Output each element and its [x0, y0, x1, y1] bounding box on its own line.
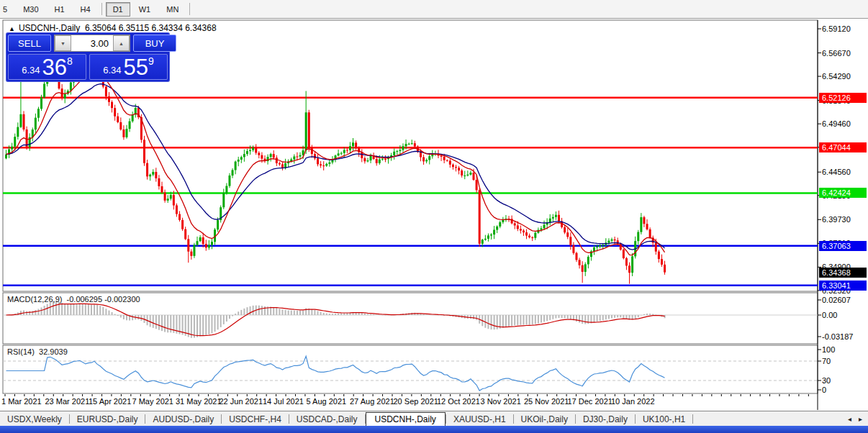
timeframe-m30[interactable]: M30 [16, 2, 45, 17]
rsi-axis-tick: 30 [822, 376, 831, 385]
date-axis-label: 5 Aug 2021 [307, 397, 347, 406]
one-click-trade-panel: SELL ▼ ▲ BUY 6.34 36 8 6.34 55 9 [6, 32, 170, 82]
rsi-axis-tick: 70 [822, 357, 831, 365]
bottom-status-strip [0, 426, 868, 433]
chart-title: ▲USDCNH-,Daily 6.35064 6.35115 6.34334 6… [9, 23, 217, 33]
date-axis-label: 12 Oct 2021 [437, 397, 480, 406]
timeframe-h4[interactable]: H4 [73, 2, 98, 17]
tab-scroll-arrows: ◂▸ [848, 415, 862, 423]
buy-price-prefix: 6.34 [103, 65, 121, 76]
date-axis-label: 20 Sep 2021 [394, 397, 438, 406]
price-axis-tick: 6.59120 [822, 24, 851, 33]
chart-tab-ukoil-daily[interactable]: UKOil-,Daily [514, 413, 575, 426]
date-axis-label: 27 Aug 2021 [350, 397, 394, 406]
date-axis-label: 25 Nov 2021 [524, 397, 569, 406]
date-axis-label: 22 Jun 2021 [220, 397, 263, 406]
price-axis-tick: 6.54290 [822, 72, 851, 81]
date-axis-label: 17 Dec 2021 [568, 397, 612, 406]
rsi-name: RSI(14) [7, 347, 35, 356]
timeframe-w1[interactable]: W1 [132, 2, 158, 17]
moving-averages [6, 73, 665, 255]
sell-price-big: 36 [42, 58, 67, 78]
chart-tab-usdx-weekly[interactable]: USDX,Weekly [0, 413, 69, 426]
date-axis-label: 7 May 2021 [132, 397, 173, 406]
macd-axis-tick: -0.03187 [822, 332, 853, 341]
toolbar-separator [101, 3, 102, 15]
level-price-flag: 6.47044 [819, 142, 867, 152]
macd-name: MACD(12,26,9) [7, 295, 62, 304]
chart-tab-uk100-h1[interactable]: UK100-,H1 [636, 413, 692, 426]
ohlc-values: 6.35064 6.35115 6.34334 6.34368 [85, 23, 217, 33]
chart-tab-usdcad-daily[interactable]: USDCAD-,Daily [289, 413, 365, 426]
buy-price-pip: 9 [148, 55, 154, 67]
date-axis-label: 31 May 2021 [176, 397, 222, 406]
chart-tab-audusd-daily[interactable]: AUDUSD-,Daily [145, 413, 221, 426]
date-axis-label: 14 Jul 2021 [263, 397, 304, 406]
timeframe-h1[interactable]: H1 [48, 2, 72, 17]
chart-tab-xauusd-h1[interactable]: XAUUSD-,H1 [446, 413, 513, 426]
chart-tab-usdcnh-daily[interactable]: USDCNH-,Daily [366, 412, 446, 427]
collapse-triangle-icon: ▲ [9, 25, 15, 32]
timeframe-5[interactable]: 5 [0, 2, 14, 17]
tab-scroll-right-icon[interactable]: ▸ [859, 415, 862, 423]
date-axis-label: 10 Jan 2022 [611, 397, 655, 406]
macd-axis-tick: 0.00 [822, 311, 837, 319]
level-price-flag: 6.42424 [819, 188, 867, 198]
timeframe-mn[interactable]: MN [159, 2, 186, 17]
price-axis-tick: 6.44560 [822, 168, 851, 176]
rsi-indicator-label: RSI(14) 32.9039 [7, 347, 68, 356]
chart-tab-dj30-daily[interactable]: DJ30-,Daily [576, 413, 635, 426]
sell-price-prefix: 6.34 [22, 65, 40, 76]
sell-price-box[interactable]: 6.34 36 8 [8, 54, 86, 80]
horizontal-level-lines [3, 98, 818, 286]
current-price-flag: 6.34368 [819, 268, 867, 278]
volume-decrease-icon[interactable]: ▼ [55, 35, 71, 51]
sell-price-pip: 8 [67, 55, 73, 67]
buy-button[interactable]: BUY [133, 35, 176, 52]
date-axis-label: 15 Apr 2021 [89, 397, 131, 406]
macd-axis-tick: 0.02607 [822, 296, 851, 304]
price-axis-tick: 6.39730 [822, 215, 851, 224]
rsi-axis-tick: 0 [822, 386, 826, 394]
toolbar-separator [189, 3, 190, 15]
mt4-window: 5M30H1H4D1W1MN ▲USDCNH-,Daily 6.35064 6.… [0, 0, 868, 433]
axis-ticks [5, 29, 821, 396]
level-price-flag: 6.52126 [819, 93, 867, 103]
rsi-axis-tick: 100 [822, 345, 835, 354]
tab-scroll-left-icon[interactable]: ◂ [848, 415, 851, 423]
volume-control: ▼ ▲ [54, 35, 130, 52]
date-axis-label: 3 Nov 2021 [481, 397, 521, 406]
volume-increase-icon[interactable]: ▲ [113, 35, 130, 51]
price-axis-tick: 6.56670 [822, 49, 851, 58]
chart-tab-eurusd-daily[interactable]: EURUSD-,Daily [70, 413, 145, 426]
chart-tab-usdchf-h4[interactable]: USDCHF-,H4 [222, 413, 289, 426]
timeframe-d1[interactable]: D1 [106, 2, 130, 17]
buy-price-box[interactable]: 6.34 55 9 [89, 54, 168, 80]
chart-tab-bar: USDX,WeeklyEURUSD-,DailyAUDUSD-,DailyUSD… [0, 411, 868, 427]
price-axis-tick: 6.49460 [822, 119, 851, 128]
timeframe-toolbar: 5M30H1H4D1W1MN [0, 0, 868, 19]
date-axis-label: 1 Mar 2021 [1, 397, 42, 406]
level-price-flag: 6.33041 [819, 281, 867, 291]
macd-pane [3, 301, 818, 338]
rsi-pane [3, 356, 818, 391]
symbol-period-label: USDCNH-,Daily [19, 23, 80, 33]
tab-separator [692, 414, 693, 424]
date-axis-label: 23 Mar 2021 [45, 397, 90, 406]
sell-button[interactable]: SELL [8, 35, 51, 52]
macd-indicator-label: MACD(12,26,9) -0.006295 -0.002300 [7, 295, 140, 304]
level-price-flag: 6.37063 [819, 241, 867, 251]
rsi-value: 32.9039 [39, 347, 68, 356]
macd-values: -0.006295 -0.002300 [67, 295, 140, 304]
buy-price-big: 55 [124, 58, 148, 78]
volume-input[interactable] [71, 35, 113, 51]
